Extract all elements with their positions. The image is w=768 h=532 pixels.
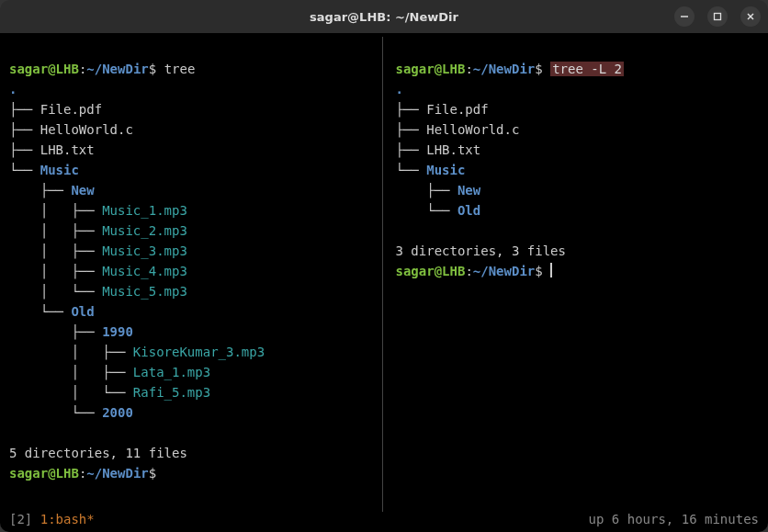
- tree-entry: ├── 1990: [9, 324, 133, 339]
- tree-entry: ├── LHB.txt: [9, 142, 95, 157]
- tree-entry: ├── HelloWorld.c: [396, 122, 520, 137]
- tree-entry: └── Old: [396, 203, 481, 218]
- prompt-path: ~/NewDir: [86, 62, 148, 76]
- left-pane[interactable]: sagar@LHB:~/NewDir$ tree . ├── File.pdf …: [0, 37, 383, 512]
- tree-entry: │ ├── KisoreKumar_3.mp3: [9, 345, 265, 359]
- tree-entry: │ └── Music_5.mp3: [9, 284, 187, 299]
- status-uptime: up 6 hours, 16 minutes: [589, 512, 759, 526]
- command-text-highlighted: tree -L 2: [550, 62, 624, 76]
- close-button[interactable]: [740, 6, 761, 27]
- prompt-host: LHB: [56, 62, 79, 76]
- tree-entry: ├── LHB.txt: [396, 142, 481, 157]
- tree-entry: │ ├── Music_2.mp3: [9, 223, 187, 238]
- prompt-line: sagar@LHB:~/NewDir$: [9, 466, 164, 481]
- tree-root: .: [396, 82, 403, 96]
- tree-entry: ├── New: [9, 183, 95, 198]
- prompt-line: sagar@LHB:~/NewDir$ tree -L 2: [396, 62, 625, 76]
- tree-summary: 3 directories, 3 files: [396, 243, 566, 258]
- status-left: [2] 1:bash*: [9, 512, 95, 526]
- tree-entry: │ ├── Music_1.mp3: [9, 203, 187, 218]
- tree-entry: │ └── Rafi_5.mp3: [9, 385, 210, 400]
- tree-entry: └── Music: [9, 163, 79, 177]
- tree-entry: ├── File.pdf: [9, 102, 102, 117]
- prompt-line: sagar@LHB:~/NewDir$ tree: [9, 62, 195, 76]
- cursor-icon: [550, 263, 552, 277]
- terminal-body[interactable]: sagar@LHB:~/NewDir$ tree . ├── File.pdf …: [0, 33, 768, 512]
- tree-entry: ├── HelloWorld.c: [9, 122, 133, 137]
- minimize-button[interactable]: [674, 6, 695, 27]
- tree-entry: └── 2000: [9, 405, 133, 420]
- status-session: 1:bash*: [40, 512, 95, 526]
- tree-entry: │ ├── Music_3.mp3: [9, 243, 187, 258]
- tree-entry: │ ├── Lata_1.mp3: [9, 365, 210, 379]
- tmux-statusbar: [2] 1:bash* up 6 hours, 16 minutes: [0, 512, 768, 532]
- tree-entry: └── Old: [9, 304, 95, 319]
- window-controls: [674, 6, 761, 27]
- prompt-user: sagar: [396, 62, 435, 76]
- tree-summary: 5 directories, 11 files: [9, 446, 187, 460]
- prompt-host: LHB: [442, 62, 465, 76]
- tree-entry: │ ├── Music_4.mp3: [9, 264, 187, 278]
- tree-entry: ├── New: [396, 183, 481, 198]
- tree-root: .: [9, 82, 17, 96]
- tree-entry: ├── File.pdf: [396, 102, 489, 117]
- right-pane[interactable]: sagar@LHB:~/NewDir$ tree -L 2 . ├── File…: [383, 37, 769, 512]
- tree-entry: └── Music: [396, 163, 466, 177]
- prompt-path: ~/NewDir: [473, 62, 535, 76]
- titlebar: sagar@LHB: ~/NewDir: [0, 0, 768, 33]
- command-text: tree: [164, 62, 196, 76]
- maximize-button[interactable]: [707, 6, 728, 27]
- window-title: sagar@LHB: ~/NewDir: [310, 10, 458, 24]
- svg-rect-1: [715, 14, 721, 20]
- prompt-user: sagar: [9, 62, 48, 76]
- prompt-line: sagar@LHB:~/NewDir$: [396, 264, 553, 278]
